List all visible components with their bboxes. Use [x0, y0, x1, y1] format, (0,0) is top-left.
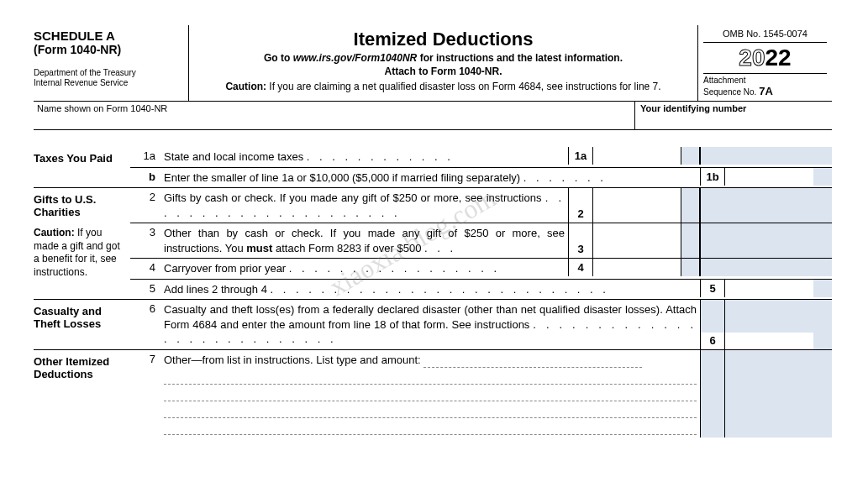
- line-7-blank-4[interactable]: [164, 418, 697, 435]
- tax-year: 2022: [703, 43, 827, 73]
- line-7-blank-3[interactable]: [164, 401, 697, 418]
- goto-text: Go to www.irs.gov/Form1040NR for instruc…: [194, 52, 692, 64]
- line-1a-amount[interactable]: [593, 147, 681, 165]
- line-5-label: 5: [700, 280, 725, 297]
- section-casualty-title: Casualty and Theft Losses: [34, 300, 130, 349]
- department-label: Department of the Treasury Internal Reve…: [34, 68, 185, 88]
- line-7-blank-1[interactable]: [164, 368, 697, 385]
- name-row: Name shown on Form 1040-NR Your identify…: [34, 102, 832, 130]
- header-right: OMB No. 1545-0074 2022 Attachment Sequen…: [697, 25, 832, 101]
- line-4-amount[interactable]: [593, 259, 681, 276]
- form-container: SCHEDULE A (Form 1040-NR) Department of …: [34, 25, 832, 438]
- line-6-label: 6: [700, 300, 725, 349]
- line-6-amount[interactable]: [725, 300, 813, 349]
- line-1a: 1a State and local income taxes . . . . …: [130, 147, 832, 168]
- line-5-amount[interactable]: [725, 280, 813, 297]
- header-caution: Caution: If you are claiming a net quali…: [194, 81, 692, 92]
- line-2-amount[interactable]: [593, 188, 681, 223]
- form-number: (Form 1040-NR): [34, 43, 185, 56]
- line-1b-amount[interactable]: [725, 168, 813, 186]
- form-title: Itemized Deductions: [194, 29, 692, 50]
- line-2: 2 Gifts by cash or check. If you made an…: [130, 188, 832, 223]
- line-4-label: 4: [568, 259, 593, 276]
- section-taxes-title: Taxes You Paid: [34, 147, 130, 187]
- section-casualty: Casualty and Theft Losses 6 Casualty and…: [34, 300, 832, 349]
- line-3: 3 Other than by cash or check. If you ma…: [130, 223, 832, 259]
- header-center: Itemized Deductions Go to www.irs.gov/Fo…: [189, 25, 697, 101]
- header-left: SCHEDULE A (Form 1040-NR) Department of …: [34, 25, 189, 101]
- line-6: 6 Casualty and theft loss(es) from a fed…: [130, 300, 832, 349]
- sequence-number: Attachment Sequence No. 7A: [703, 73, 827, 97]
- line-7-blank-2[interactable]: [164, 385, 697, 401]
- line-5: 5 Add lines 2 through 4 . . . . . . . . …: [130, 280, 832, 300]
- line-1a-label: 1a: [568, 147, 593, 165]
- form-header: SCHEDULE A (Form 1040-NR) Department of …: [34, 25, 832, 102]
- section-taxes: Taxes You Paid 1a State and local income…: [34, 147, 832, 187]
- line-2-label: 2: [568, 188, 593, 223]
- line-4: 4 Carryover from prior year . . . . . . …: [130, 259, 832, 280]
- name-field-label: Name shown on Form 1040-NR: [34, 102, 634, 129]
- line-7-type-input[interactable]: [423, 367, 642, 368]
- line-3-label: 3: [568, 223, 593, 258]
- identifying-number-label: Your identifying number: [634, 102, 832, 129]
- line-1b: b Enter the smaller of line 1a or $10,00…: [130, 168, 832, 188]
- section-gifts: Gifts to U.S. Charities Caution: If you …: [34, 188, 832, 299]
- section-other-title: Other Itemized Deductions: [34, 350, 130, 438]
- section-other: Other Itemized Deductions 7 Other—from l…: [34, 350, 832, 438]
- line-3-amount[interactable]: [593, 223, 681, 258]
- section-gifts-title: Gifts to U.S. Charities Caution: If you …: [34, 188, 130, 299]
- line-1b-label: 1b: [700, 168, 725, 186]
- omb-number: OMB No. 1545-0074: [703, 29, 827, 43]
- schedule-label: SCHEDULE A: [34, 29, 185, 43]
- gifts-caution: Caution: If you made a gift and got a be…: [34, 227, 125, 279]
- line-7: 7 Other—from list in instructions. List …: [130, 350, 832, 438]
- attach-text: Attach to Form 1040-NR.: [194, 65, 692, 77]
